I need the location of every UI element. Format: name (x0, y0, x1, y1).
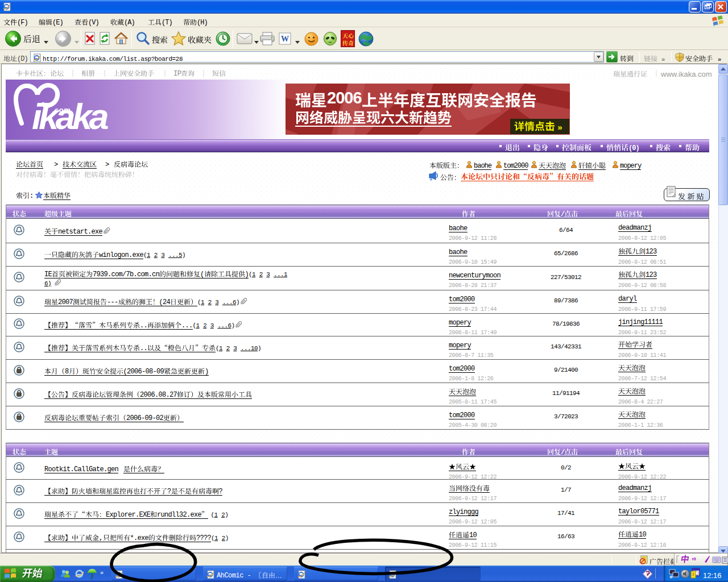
svg-text:W: W (281, 35, 289, 43)
svg-text:’º: ’º (692, 558, 696, 564)
